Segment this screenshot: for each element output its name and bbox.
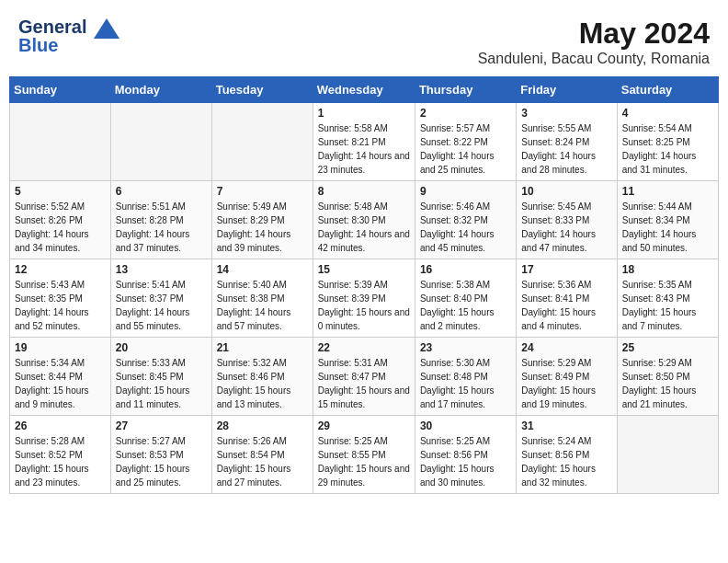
calendar-cell xyxy=(110,103,211,181)
day-info: Sunrise: 5:57 AMSunset: 8:22 PMDaylight:… xyxy=(420,121,511,177)
day-number: 24 xyxy=(521,341,611,354)
day-number: 30 xyxy=(420,419,511,432)
day-number: 25 xyxy=(622,341,713,354)
day-info: Sunrise: 5:33 AMSunset: 8:45 PMDaylight:… xyxy=(116,356,207,411)
header-sunday: Sunday xyxy=(10,77,111,103)
calendar-cell: 25Sunrise: 5:29 AMSunset: 8:50 PMDayligh… xyxy=(617,338,718,416)
day-info: Sunrise: 5:24 AMSunset: 8:56 PMDaylight:… xyxy=(521,434,611,489)
day-number: 23 xyxy=(420,341,511,354)
day-number: 27 xyxy=(116,419,207,432)
header-wednesday: Wednesday xyxy=(313,77,415,103)
day-number: 6 xyxy=(116,185,207,198)
day-info: Sunrise: 5:40 AMSunset: 8:38 PMDaylight:… xyxy=(217,278,308,333)
day-info: Sunrise: 5:38 AMSunset: 8:40 PMDaylight:… xyxy=(420,278,511,333)
calendar-cell: 10Sunrise: 5:45 AMSunset: 8:33 PMDayligh… xyxy=(517,181,617,259)
day-number: 22 xyxy=(318,341,410,354)
header-friday: Friday xyxy=(517,77,617,103)
calendar-cell: 11Sunrise: 5:44 AMSunset: 8:34 PMDayligh… xyxy=(617,181,718,259)
calendar-cell: 6Sunrise: 5:51 AMSunset: 8:28 PMDaylight… xyxy=(110,181,211,259)
calendar-cell: 16Sunrise: 5:38 AMSunset: 8:40 PMDayligh… xyxy=(415,259,516,338)
calendar-cell: 1Sunrise: 5:58 AMSunset: 8:21 PMDaylight… xyxy=(313,103,415,181)
calendar-cell: 21Sunrise: 5:32 AMSunset: 8:46 PMDayligh… xyxy=(211,338,313,416)
calendar-cell: 26Sunrise: 5:28 AMSunset: 8:52 PMDayligh… xyxy=(10,416,111,494)
day-info: Sunrise: 5:51 AMSunset: 8:28 PMDaylight:… xyxy=(116,200,207,255)
calendar-week-3: 12Sunrise: 5:43 AMSunset: 8:35 PMDayligh… xyxy=(10,259,719,338)
calendar-cell: 17Sunrise: 5:36 AMSunset: 8:41 PMDayligh… xyxy=(517,259,617,338)
calendar-week-1: 1Sunrise: 5:58 AMSunset: 8:21 PMDaylight… xyxy=(10,103,719,181)
calendar-cell: 4Sunrise: 5:54 AMSunset: 8:25 PMDaylight… xyxy=(617,103,718,181)
day-info: Sunrise: 5:36 AMSunset: 8:41 PMDaylight:… xyxy=(521,278,611,333)
day-info: Sunrise: 5:44 AMSunset: 8:34 PMDaylight:… xyxy=(622,200,713,255)
day-number: 28 xyxy=(217,419,308,432)
day-info: Sunrise: 5:26 AMSunset: 8:54 PMDaylight:… xyxy=(217,434,308,489)
day-number: 8 xyxy=(318,185,410,198)
svg-marker-0 xyxy=(94,18,119,39)
calendar-cell: 28Sunrise: 5:26 AMSunset: 8:54 PMDayligh… xyxy=(211,416,313,494)
day-number: 29 xyxy=(318,419,410,432)
day-info: Sunrise: 5:31 AMSunset: 8:47 PMDaylight:… xyxy=(318,356,410,411)
day-info: Sunrise: 5:45 AMSunset: 8:33 PMDaylight:… xyxy=(521,200,611,255)
calendar-week-4: 19Sunrise: 5:34 AMSunset: 8:44 PMDayligh… xyxy=(10,338,719,416)
day-info: Sunrise: 5:28 AMSunset: 8:52 PMDaylight:… xyxy=(15,434,106,489)
page-header: General Blue May 2024 Sanduleni, Bacau C… xyxy=(9,9,719,71)
day-info: Sunrise: 5:49 AMSunset: 8:29 PMDaylight:… xyxy=(217,200,308,255)
day-info: Sunrise: 5:35 AMSunset: 8:43 PMDaylight:… xyxy=(622,278,713,333)
day-number: 2 xyxy=(420,107,511,120)
calendar-cell xyxy=(211,103,313,181)
day-number: 12 xyxy=(15,263,106,276)
calendar-cell: 2Sunrise: 5:57 AMSunset: 8:22 PMDaylight… xyxy=(415,103,516,181)
day-info: Sunrise: 5:29 AMSunset: 8:49 PMDaylight:… xyxy=(521,356,611,411)
calendar-cell: 23Sunrise: 5:30 AMSunset: 8:48 PMDayligh… xyxy=(415,338,516,416)
day-number: 16 xyxy=(420,263,511,276)
day-number: 3 xyxy=(521,107,611,120)
calendar-cell: 9Sunrise: 5:46 AMSunset: 8:32 PMDaylight… xyxy=(415,181,516,259)
calendar-week-2: 5Sunrise: 5:52 AMSunset: 8:26 PMDaylight… xyxy=(10,181,719,259)
calendar-cell: 31Sunrise: 5:24 AMSunset: 8:56 PMDayligh… xyxy=(517,416,617,494)
day-info: Sunrise: 5:54 AMSunset: 8:25 PMDaylight:… xyxy=(622,121,713,177)
day-number: 10 xyxy=(521,185,611,198)
day-info: Sunrise: 5:25 AMSunset: 8:55 PMDaylight:… xyxy=(318,434,410,489)
day-info: Sunrise: 5:27 AMSunset: 8:53 PMDaylight:… xyxy=(116,434,207,489)
day-info: Sunrise: 5:58 AMSunset: 8:21 PMDaylight:… xyxy=(318,121,410,177)
calendar-cell: 27Sunrise: 5:27 AMSunset: 8:53 PMDayligh… xyxy=(110,416,211,494)
day-info: Sunrise: 5:48 AMSunset: 8:30 PMDaylight:… xyxy=(318,200,410,255)
calendar-table: SundayMondayTuesdayWednesdayThursdayFrid… xyxy=(9,76,719,494)
day-number: 9 xyxy=(420,185,511,198)
day-number: 17 xyxy=(521,263,611,276)
day-number: 5 xyxy=(15,185,106,198)
header-tuesday: Tuesday xyxy=(211,77,313,103)
calendar-cell: 7Sunrise: 5:49 AMSunset: 8:29 PMDaylight… xyxy=(211,181,313,259)
day-info: Sunrise: 5:34 AMSunset: 8:44 PMDaylight:… xyxy=(15,356,106,411)
header-thursday: Thursday xyxy=(415,77,516,103)
calendar-header-row: SundayMondayTuesdayWednesdayThursdayFrid… xyxy=(10,77,719,103)
calendar-cell xyxy=(617,416,718,494)
header-monday: Monday xyxy=(110,77,211,103)
calendar-cell: 22Sunrise: 5:31 AMSunset: 8:47 PMDayligh… xyxy=(313,338,415,416)
calendar-cell: 18Sunrise: 5:35 AMSunset: 8:43 PMDayligh… xyxy=(617,259,718,338)
day-info: Sunrise: 5:25 AMSunset: 8:56 PMDaylight:… xyxy=(420,434,511,489)
day-info: Sunrise: 5:29 AMSunset: 8:50 PMDaylight:… xyxy=(622,356,713,411)
day-number: 7 xyxy=(217,185,308,198)
calendar-cell: 15Sunrise: 5:39 AMSunset: 8:39 PMDayligh… xyxy=(313,259,415,338)
day-number: 26 xyxy=(15,419,106,432)
day-info: Sunrise: 5:55 AMSunset: 8:24 PMDaylight:… xyxy=(521,121,611,177)
logo-icon xyxy=(94,18,119,39)
day-number: 31 xyxy=(521,419,611,432)
calendar-cell: 14Sunrise: 5:40 AMSunset: 8:38 PMDayligh… xyxy=(211,259,313,338)
header-saturday: Saturday xyxy=(617,77,718,103)
title-block: May 2024 Sanduleni, Bacau County, Romani… xyxy=(478,17,710,67)
day-info: Sunrise: 5:32 AMSunset: 8:46 PMDaylight:… xyxy=(217,356,308,411)
logo: General Blue xyxy=(18,17,121,56)
day-number: 4 xyxy=(622,107,713,120)
day-info: Sunrise: 5:41 AMSunset: 8:37 PMDaylight:… xyxy=(116,278,207,333)
calendar-cell: 19Sunrise: 5:34 AMSunset: 8:44 PMDayligh… xyxy=(10,338,111,416)
calendar-cell: 30Sunrise: 5:25 AMSunset: 8:56 PMDayligh… xyxy=(415,416,516,494)
day-number: 21 xyxy=(217,341,308,354)
day-info: Sunrise: 5:43 AMSunset: 8:35 PMDaylight:… xyxy=(15,278,106,333)
calendar-cell: 29Sunrise: 5:25 AMSunset: 8:55 PMDayligh… xyxy=(313,416,415,494)
calendar-cell: 5Sunrise: 5:52 AMSunset: 8:26 PMDaylight… xyxy=(10,181,111,259)
calendar-subtitle: Sanduleni, Bacau County, Romania xyxy=(478,51,710,67)
day-number: 18 xyxy=(622,263,713,276)
calendar-title: May 2024 xyxy=(478,17,710,51)
calendar-cell: 20Sunrise: 5:33 AMSunset: 8:45 PMDayligh… xyxy=(110,338,211,416)
